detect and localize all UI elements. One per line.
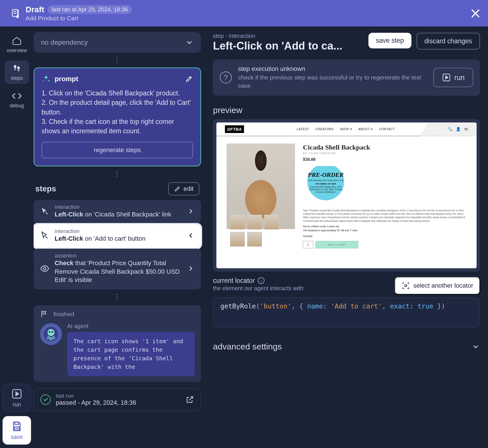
svg-rect-8 <box>15 427 19 430</box>
thumb <box>230 215 245 230</box>
app-header: Draft last ran at Apr 29, 2024, 18:36 Ad… <box>0 0 488 26</box>
chevron-right-icon <box>187 207 195 215</box>
prompt-title: prompt <box>55 75 181 83</box>
save-label: save <box>11 434 23 440</box>
agent-avatar <box>40 323 62 345</box>
draft-title: Draft <box>26 5 44 14</box>
svg-rect-0 <box>13 9 18 16</box>
rail-overview[interactable]: overview <box>5 33 29 56</box>
info-icon[interactable]: i <box>258 277 264 284</box>
edit-label: edit <box>184 185 194 193</box>
agent-label: AI agent <box>67 323 195 330</box>
dependency-value: no dependency <box>41 38 88 46</box>
svg-point-15 <box>405 285 407 287</box>
right-pane: step - interaction Left-Click on 'Add to… <box>206 26 488 448</box>
preorder-line: YOUR ENTIRE ORDER WILL SHIP TOGETHER AT … <box>307 186 345 193</box>
save-step-button[interactable]: save step <box>368 33 411 48</box>
external-link-icon[interactable] <box>186 395 194 404</box>
step-kind: assertion <box>55 253 182 259</box>
agent-message: The cart icon shows '1 item' and the car… <box>67 332 195 376</box>
nav-item: CREATORS <box>315 127 334 131</box>
preview-frame: DFTBA LATEST CREATORS SHOP ▾ ABOUT ▾ CON… <box>213 119 480 272</box>
steps-heading: steps <box>35 184 56 193</box>
nav-item: LATEST <box>297 127 309 131</box>
advanced-settings-toggle[interactable]: advanced settings <box>213 342 480 357</box>
step-item-1[interactable]: interaction Left-Click on 'Cicada Shell … <box>34 200 201 224</box>
dependency-select[interactable]: no dependency <box>34 32 201 53</box>
code-icon <box>12 91 22 101</box>
preorder-line: 4TH WEEK OF MAY <box>307 183 345 185</box>
eye-icon <box>40 264 50 273</box>
step-title: Left-Click on 'Add to ca... <box>213 40 363 52</box>
save-icon <box>11 421 22 432</box>
svg-point-4 <box>17 66 20 70</box>
rail-overview-label: overview <box>7 48 27 54</box>
cursor-icon <box>40 206 50 216</box>
nav-item: SHOP ▾ <box>340 127 352 131</box>
run-label: run <box>13 401 21 408</box>
last-run-text: passed - Apr 29, 2024, 18:36 <box>56 399 181 406</box>
breadcrumb: step - interaction <box>213 33 363 39</box>
product-thumbnails <box>230 215 287 247</box>
document-icon <box>10 8 20 19</box>
thumb <box>247 232 262 247</box>
step-item-2[interactable]: interaction Left-Click on 'Add to cart' … <box>34 224 201 248</box>
site-preview: DFTBA LATEST CREATORS SHOP ▾ ABOUT ▾ CON… <box>216 122 477 268</box>
product-title: Cicada Shell Backpack <box>303 144 466 151</box>
last-run-card[interactable]: last run passed - Apr 29, 2024, 18:36 <box>34 388 201 411</box>
last-run-label: last run <box>56 393 181 399</box>
quantity-input: 1 <box>303 241 313 248</box>
exec-status-title: step execution unknown <box>238 65 427 73</box>
svg-point-9 <box>44 267 46 270</box>
preorder-badge: PRE-ORDER THIS ITEM WILL NOT SHIP UNTIL … <box>303 166 348 206</box>
product-note: Not for children under 4 years old. <box>303 225 466 228</box>
locator-sub: the element our agent interacts with: <box>213 285 389 292</box>
sparkle-icon <box>42 74 51 83</box>
prompt-card: prompt 1. Click on the 'Cicada Shell Bac… <box>34 67 201 166</box>
step-desc: Left-Click on 'Cicada Shell Backpack' li… <box>55 210 182 219</box>
chevron-down-icon <box>185 38 194 47</box>
nav-item: CONTACT <box>379 127 395 131</box>
step-desc: Left-Click on 'Add to cart' button <box>55 234 182 243</box>
play-icon <box>442 73 451 82</box>
edit-prompt-icon[interactable] <box>185 75 193 83</box>
quantity-label: Quantity <box>303 235 466 238</box>
select-locator-label: select another locator <box>413 282 473 289</box>
chevron-down-icon <box>471 342 480 351</box>
edit-steps-button[interactable]: edit <box>168 182 199 195</box>
svg-point-13 <box>52 331 53 333</box>
advanced-settings-label: advanced settings <box>213 342 282 351</box>
test-name: Add Product to Cart <box>26 15 465 22</box>
cart-icon: 🛍 <box>464 127 468 131</box>
select-another-locator-button[interactable]: select another locator <box>395 277 480 294</box>
check-icon <box>40 394 51 405</box>
divider-dots: ⋮ <box>34 169 201 178</box>
product-byline: BY: TYLER THRASHER <box>303 152 466 155</box>
search-icon: 🔍 <box>448 127 452 131</box>
rail-debug[interactable]: debug <box>5 88 29 112</box>
home-icon <box>12 36 22 46</box>
step-kind: interaction <box>55 204 182 210</box>
preorder-line: THIS ITEM WILL NOT SHIP UNTIL THE <box>307 179 345 182</box>
step-kind: interaction <box>55 228 182 234</box>
save-all-button[interactable]: save <box>3 416 31 445</box>
close-icon[interactable] <box>470 8 481 19</box>
chevron-left-icon <box>187 232 195 240</box>
regenerate-steps-button[interactable]: regenerate steps <box>42 142 193 158</box>
thumb <box>247 215 262 230</box>
run-all-button[interactable]: run <box>3 384 31 412</box>
locator-code[interactable]: getByRole('button', { name: 'Add to cart… <box>213 297 480 328</box>
svg-rect-5 <box>18 70 19 71</box>
svg-rect-7 <box>15 422 19 424</box>
product-price: $50.00 <box>303 157 466 162</box>
last-ran-badge: last ran at Apr 29, 2024, 18:36 <box>48 5 132 14</box>
product-desc: Tyler Thrasher created this Cicada Shell… <box>303 209 466 223</box>
nav-item: ABOUT ▾ <box>358 127 373 131</box>
execution-status-banner: ? step execution unknown check if the pr… <box>213 60 480 96</box>
run-step-button[interactable]: run <box>433 68 473 87</box>
rail-steps[interactable]: steps <box>5 60 29 84</box>
flag-icon <box>40 310 48 318</box>
discard-changes-button[interactable]: discard changes <box>417 33 480 50</box>
step-item-3[interactable]: assertion Check that 'Product Price Quan… <box>34 249 201 289</box>
site-logo: DFTBA <box>225 125 244 133</box>
